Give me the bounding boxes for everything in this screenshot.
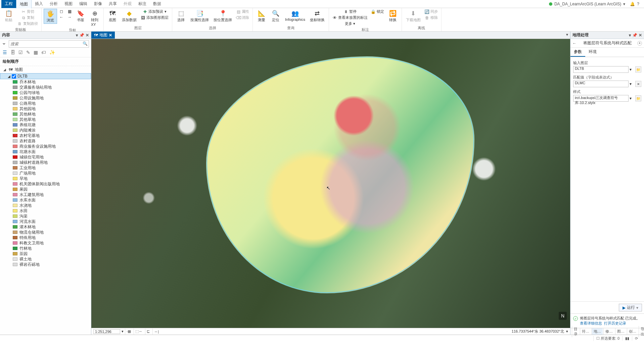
pane-pin-icon[interactable]: 📌 [79, 33, 84, 38]
gp-tab-params[interactable]: 参数 [570, 48, 585, 57]
addpreset-button[interactable]: ✚添加预设 ▾ [139, 9, 170, 14]
view-unplaced[interactable]: 👁查看未放置的标注 [331, 15, 369, 20]
selectbyattr-button[interactable]: 📑按属性选择 [188, 9, 211, 23]
match-exp[interactable]: ✕ [635, 81, 641, 87]
scale-tool-3[interactable]: ⊑ [145, 329, 151, 335]
basemap-button[interactable]: 🗺底图 [106, 9, 119, 23]
bookmarks-button[interactable]: 🔖书签 [74, 9, 87, 23]
tab-7[interactable]: 标注 [135, 0, 150, 8]
gp-dock-icon[interactable]: ▾ [629, 33, 631, 38]
gp-pin-icon[interactable]: 📌 [632, 33, 637, 38]
side-tab-4[interactable]: 图… [615, 328, 626, 335]
coord-readout[interactable]: 116.7337544°东 36.4837032°北 [512, 329, 564, 334]
paste-button[interactable]: 📋粘贴 [2, 9, 15, 23]
back-icon[interactable]: ← [572, 41, 577, 46]
view-details-link[interactable]: 查看详细信息 [580, 321, 602, 325]
side-tab-2[interactable]: 地… [592, 328, 603, 335]
legend-item[interactable]: 城镇住宅用地 [0, 154, 91, 160]
layer-visible-checkbox[interactable] [12, 74, 16, 79]
legend-item[interactable]: 城镇村道路用地 [0, 160, 91, 165]
legend-item[interactable]: 乔木林地 [0, 79, 91, 85]
gotoxy-button[interactable]: ⊕转到 XY [88, 9, 101, 27]
nav-full[interactable]: ◻ [58, 9, 65, 14]
legend-item[interactable]: 广场用地 [0, 170, 91, 176]
convert-labels[interactable]: 🔁转换 [386, 9, 400, 23]
toc-by-edit-icon[interactable]: ✎ [26, 50, 30, 55]
legend-item[interactable]: 特殊用地 [0, 235, 91, 240]
copypath-button[interactable]: 🗎复制路径 [16, 21, 39, 27]
scale-readout[interactable]: 1:251,296 [93, 329, 120, 334]
addgraphics-button[interactable]: 🖼添加图形图层 [139, 15, 170, 20]
map-tabs-menu[interactable]: ▾ [564, 32, 570, 39]
legend-item[interactable]: 灌木林地 [0, 224, 91, 230]
measure-button[interactable]: 📐测量 [255, 9, 268, 23]
style-browse[interactable]: 📁 [635, 95, 641, 101]
legend-item[interactable]: 坑塘水面 [0, 149, 91, 154]
legend-item[interactable]: 其他园地 [0, 106, 91, 111]
legend-item[interactable]: 机关团体新闻出版用地 [0, 181, 91, 187]
nav-next[interactable]: → [66, 14, 73, 20]
legend-item[interactable]: 裸土地 [0, 256, 91, 262]
legend-item[interactable]: 物流仓储用地 [0, 230, 91, 235]
tab-2[interactable]: 视图 [61, 0, 76, 8]
add-favorite-icon[interactable]: + [637, 41, 642, 46]
clearsel-button[interactable]: ⌫清除 [235, 15, 250, 20]
map-view-tab[interactable]: 🗺地图✕ [91, 32, 115, 39]
tab-5[interactable]: 共享 [105, 0, 120, 8]
toc-tree[interactable]: ◢🗺地图 ◢ DLTB 乔木林地交通服务场站用地公园与绿地公用设施用地公路用地其… [0, 66, 91, 335]
legend-item[interactable]: 工业用地 [0, 165, 91, 170]
status-refresh-icon[interactable]: ⟳ [632, 336, 641, 341]
tab-6[interactable]: 外观 [120, 0, 135, 8]
select-button[interactable]: ⬚选择 [174, 9, 188, 23]
pause-labels[interactable]: ⏸暂停 [331, 9, 369, 14]
pane-dock-icon[interactable]: ▾ [76, 33, 78, 38]
lock-labels[interactable]: 🔒锁定 [370, 9, 385, 14]
pane-close-icon[interactable]: ✕ [86, 33, 89, 38]
coordconv-button[interactable]: ⇄坐标转换 [308, 9, 327, 23]
close-map-tab-icon[interactable]: ✕ [109, 33, 112, 38]
side-tab-5[interactable]: 创… [627, 328, 638, 335]
locate-button[interactable]: 🔍定位 [269, 9, 282, 23]
toc-by-snap-icon[interactable]: ▦ [34, 50, 38, 55]
filter-icon[interactable]: ⏷ [2, 42, 7, 46]
legend-item[interactable]: 公路用地 [0, 101, 91, 106]
selectbyloc-button[interactable]: 📍按位置选择 [212, 9, 234, 23]
help-icon[interactable]: ? [637, 2, 639, 6]
legend-item[interactable]: 沟渠 [0, 213, 91, 219]
toc-search-input[interactable] [9, 40, 89, 48]
map-node[interactable]: ◢🗺地图 [0, 66, 91, 73]
legend-item[interactable]: 旱地 [0, 176, 91, 181]
match-input[interactable]: DLMC [573, 81, 629, 87]
gp-tab-env[interactable]: 环境 [585, 48, 600, 57]
nav-prev[interactable]: ← [58, 14, 65, 20]
legend-item[interactable]: 竹林地 [0, 246, 91, 251]
legend-item[interactable]: 交通服务场站用地 [0, 85, 91, 90]
toc-by-drawing-icon[interactable]: ☰ [3, 50, 7, 55]
bell-icon[interactable]: 🔔 [630, 2, 635, 6]
scale-tool-2[interactable]: ⬚↔ [134, 329, 144, 335]
legend-item[interactable]: 商业服务业设施用地 [0, 144, 91, 149]
search-icon[interactable]: 🔍 [83, 41, 88, 46]
toc-by-effect-icon[interactable]: ✨ [49, 50, 55, 55]
legend-item[interactable]: 其他草地 [0, 117, 91, 122]
map-canvas[interactable]: N ↖ [91, 39, 570, 328]
remove-offline[interactable]: 🗑移除 [423, 15, 439, 20]
user-account[interactable]: DA_DA_LearnArcGIS (Learn ArcGIS)▾ 🔔 ? [549, 2, 643, 6]
legend-item[interactable]: 水田 [0, 208, 91, 213]
legend-item[interactable]: 内陆滩涂 [0, 128, 91, 133]
selected-features[interactable]: ☐所选要素: 0 [593, 336, 622, 341]
legend-item[interactable]: 河流水面 [0, 219, 91, 224]
toc-by-selection-icon[interactable]: ☑ [18, 50, 23, 55]
tab-1[interactable]: 分析 [46, 0, 61, 8]
style-input[interactable]: iro\.backups\三次调查符号库-10.2.stylx [573, 95, 629, 102]
adddata-button[interactable]: ◆添加数据 [120, 9, 139, 23]
tab-3[interactable]: 编辑 [76, 0, 91, 8]
legend-item[interactable]: 公园与绿地 [0, 90, 91, 95]
gp-close-icon[interactable]: ✕ [639, 33, 642, 38]
in-layer-browse[interactable]: 📁 [635, 66, 641, 72]
scale-tool-4[interactable]: ↔| [152, 329, 160, 335]
scale-tool-1[interactable]: ·▦ [125, 329, 132, 335]
run-button[interactable]: ▶运行▾ [619, 304, 642, 311]
north-arrow-icon[interactable]: N [559, 312, 567, 320]
cut-button[interactable]: ✂剪切 [16, 9, 39, 14]
